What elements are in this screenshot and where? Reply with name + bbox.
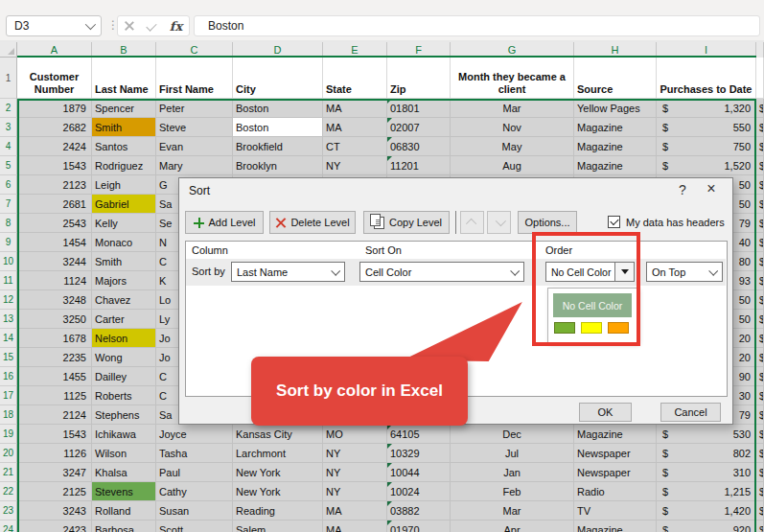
move-up-button[interactable] — [460, 211, 484, 234]
cell-B24[interactable]: Barbosa — [92, 520, 156, 532]
row-header-16[interactable]: 16 — [0, 367, 17, 386]
cell-G24[interactable]: Apr — [451, 520, 574, 532]
header-cell-d[interactable]: City — [233, 58, 323, 99]
cell-clipped-18[interactable]: $ — [756, 405, 764, 425]
cell-clipped-4[interactable]: $ — [756, 137, 764, 156]
ok-button[interactable]: OK — [579, 403, 632, 422]
cell-E2[interactable]: MA — [323, 99, 387, 118]
cell-A23[interactable]: 3243 — [17, 501, 92, 520]
cell-clipped-13[interactable]: $ — [756, 310, 764, 329]
row-header-20[interactable]: 20 — [0, 444, 17, 463]
cell-F21[interactable]: 10044 — [387, 463, 451, 482]
cell-I23[interactable]: $1,420 — [657, 501, 756, 520]
cell-clipped-24[interactable]: $ — [756, 520, 764, 532]
cell-B7[interactable]: Gabriel — [92, 195, 156, 214]
cell-A12[interactable]: 3248 — [17, 290, 92, 310]
row-header-1[interactable]: 1 — [0, 58, 17, 99]
cell-clipped-21[interactable]: $ — [756, 463, 764, 482]
cell-D24[interactable]: Salem — [233, 520, 323, 532]
cell-G21[interactable]: Jan — [451, 463, 574, 482]
formula-input[interactable]: Boston — [194, 15, 760, 36]
cell-C5[interactable]: Mary — [156, 156, 233, 175]
cell-A17[interactable]: 1125 — [17, 386, 92, 405]
header-cell-g[interactable]: Month they became a client — [451, 58, 574, 99]
row-header-21[interactable]: 21 — [0, 463, 17, 482]
cell-clipped-12[interactable]: $ — [756, 290, 764, 310]
cell-A20[interactable]: 1126 — [17, 444, 92, 463]
cell-clipped-23[interactable]: $ — [756, 501, 764, 520]
cell-I5[interactable]: $1,520 — [657, 156, 756, 175]
header-cell-e[interactable]: State — [323, 58, 387, 99]
cell-E19[interactable]: MO — [323, 425, 387, 444]
cell-I4[interactable]: $750 — [657, 137, 756, 156]
cell-C24[interactable]: Scott — [156, 520, 233, 532]
cell-F22[interactable]: 10024 — [387, 482, 451, 501]
cell-B9[interactable]: Monaco — [92, 233, 156, 252]
cell-clipped-20[interactable]: $ — [756, 444, 764, 463]
row-header-3[interactable]: 3 — [0, 118, 17, 137]
cell-G2[interactable]: Mar — [451, 99, 574, 118]
cell-clipped-8[interactable]: $ — [756, 214, 764, 233]
cell-I2[interactable]: $1,320 — [657, 99, 756, 118]
cell-E20[interactable]: NY — [323, 444, 387, 463]
cell-A8[interactable]: 2543 — [17, 214, 92, 233]
cell-B17[interactable]: Roberts — [92, 386, 156, 405]
cell-D5[interactable]: Brooklyn — [233, 156, 323, 175]
cell-I24[interactable]: $920 — [657, 520, 756, 532]
cell-B23[interactable]: Rolland — [92, 501, 156, 520]
row-header-13[interactable]: 13 — [0, 310, 17, 329]
cell-A16[interactable]: 1455 — [17, 367, 92, 386]
cell-A10[interactable]: 3244 — [17, 252, 92, 271]
cell-I3[interactable]: $550 — [657, 118, 756, 137]
color-swatch-yellow[interactable] — [581, 322, 602, 334]
name-box[interactable]: D3 — [6, 15, 102, 36]
cell-B4[interactable]: Santos — [92, 137, 156, 156]
row-header-17[interactable]: 17 — [0, 386, 17, 405]
cell-E4[interactable]: CT — [323, 137, 387, 156]
row-header-15[interactable]: 15 — [0, 348, 17, 367]
row-header-2[interactable]: 2 — [0, 99, 17, 118]
cell-H23[interactable]: TV — [574, 501, 657, 520]
header-cell-b[interactable]: Last Name — [92, 58, 156, 99]
cell-A15[interactable]: 2235 — [17, 348, 92, 367]
cell-H3[interactable]: Magazine — [574, 118, 657, 137]
row-header-11[interactable]: 11 — [0, 271, 17, 290]
cell-A11[interactable]: 1124 — [17, 271, 92, 290]
cell-B11[interactable]: Majors — [92, 271, 156, 290]
cell-H2[interactable]: Yellow Pages — [574, 99, 657, 118]
cancel-button[interactable]: Cancel — [660, 403, 721, 422]
cell-I20[interactable]: $802 — [657, 444, 756, 463]
row-header-8[interactable]: 8 — [0, 214, 17, 233]
cell-clipped-19[interactable]: $ — [756, 425, 764, 444]
row-header-24[interactable]: 24 — [0, 520, 17, 532]
cell-B5[interactable]: Rodriguez — [92, 156, 156, 175]
cell-B6[interactable]: Leigh — [92, 175, 156, 195]
row-header-5[interactable]: 5 — [0, 156, 17, 175]
cell-D2[interactable]: Boston — [233, 99, 323, 118]
cell-D23[interactable]: Reading — [233, 501, 323, 520]
cell-F4[interactable]: 06830 — [387, 137, 451, 156]
cell-B22[interactable]: Stevens — [92, 482, 156, 501]
cell-A18[interactable]: 2124 — [17, 405, 92, 425]
row-header-22[interactable]: 22 — [0, 482, 17, 501]
color-swatch-orange[interactable] — [608, 322, 629, 334]
row-header-10[interactable]: 10 — [0, 252, 17, 271]
cell-F24[interactable]: 01970 — [387, 520, 451, 532]
cell-B8[interactable]: Kelly — [92, 214, 156, 233]
cell-I19[interactable]: $530 — [657, 425, 756, 444]
cell-G22[interactable]: Feb — [451, 482, 574, 501]
cell-clipped-11[interactable]: $ — [756, 271, 764, 290]
cell-clipped-14[interactable]: $ — [756, 329, 764, 348]
options-button[interactable]: Options... — [518, 211, 577, 234]
row-header-6[interactable]: 6 — [0, 175, 17, 195]
cell-clipped-16[interactable]: $ — [756, 367, 764, 386]
cell-A19[interactable]: 1543 — [17, 425, 92, 444]
cell-B19[interactable]: Ichikawa — [92, 425, 156, 444]
cell-E22[interactable]: NY — [323, 482, 387, 501]
row-header-4[interactable]: 4 — [0, 137, 17, 156]
row-header-19[interactable]: 19 — [0, 425, 17, 444]
order-dropdown-arrow[interactable] — [614, 262, 635, 282]
cell-E21[interactable]: NY — [323, 463, 387, 482]
cell-B16[interactable]: Dailley — [92, 367, 156, 386]
cell-D22[interactable]: New York — [233, 482, 323, 501]
